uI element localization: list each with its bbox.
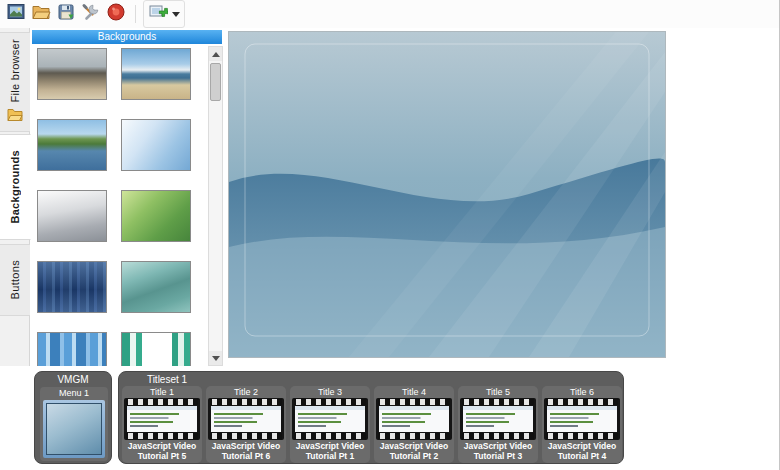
chevron-down-icon [172,12,180,17]
background-thumbnail[interactable] [37,119,107,171]
title-caption: JavaScript Video Tutorial Pt 6 [208,441,284,461]
sidebar-tab-file-browser[interactable]: File browser [0,32,30,132]
filmstrip-sprocket-holes [378,399,450,405]
background-thumbnail[interactable] [121,190,191,242]
titleset-group: Titleset 1 Title 1 JavaScript Video Tuto… [118,371,624,464]
filmstrip-sprocket-holes [294,433,366,439]
background-thumbnail[interactable] [121,48,191,100]
title-caption: JavaScript Video Tutorial Pt 5 [124,441,200,461]
tab-label: Buttons [9,260,21,299]
background-thumbnail[interactable] [121,332,191,366]
backgrounds-thumbnail-grid [37,48,193,366]
filmstrip-sprocket-holes [210,399,282,405]
title-item[interactable]: Title 2 JavaScript Video Tutorial Pt 6 [206,386,286,463]
backgrounds-panel: Backgrounds [31,28,226,366]
video-frame-thumbnail [547,406,617,432]
video-frame-thumbnail [463,406,533,432]
scroll-up-button[interactable] [209,47,222,61]
sidebar-tab-buttons[interactable]: Buttons [0,244,30,316]
filmstrip-sprocket-holes [210,433,282,439]
title-caption: JavaScript Video Tutorial Pt 2 [376,441,452,461]
new-project-button[interactable] [3,2,28,27]
title-filmstrip-thumbnail [208,398,284,440]
titleset-group-label: Titleset 1 [125,374,209,385]
scroll-down-button[interactable] [209,351,222,365]
burn-disc-icon [106,2,126,26]
folder-icon [7,107,23,125]
background-thumbnail[interactable] [121,119,191,171]
titles-row: Title 1 JavaScript Video Tutorial Pt 5 T… [122,386,622,463]
title-item[interactable]: Title 1 JavaScript Video Tutorial Pt 5 [122,386,202,463]
filmstrip-sprocket-holes [126,433,198,439]
title-caption: JavaScript Video Tutorial Pt 1 [292,441,368,461]
open-project-icon [31,2,51,26]
title-label: Title 1 [124,387,200,398]
backgrounds-scrollbar[interactable] [208,46,223,366]
title-item[interactable]: Title 4 JavaScript Video Tutorial Pt 2 [374,386,454,463]
backgrounds-panel-header: Backgrounds [32,30,222,44]
title-filmstrip-thumbnail [544,398,620,440]
sidebar-tabstrip: File browser Backgrounds Buttons [0,28,30,366]
sidebar-tab-backgrounds[interactable]: Backgrounds [0,134,31,240]
title-label: Title 2 [208,387,284,398]
title-item[interactable]: Title 3 JavaScript Video Tutorial Pt 1 [290,386,370,463]
toolbar-separator [135,5,136,23]
save-project-button[interactable] [53,2,78,27]
menu-thumbnail [46,403,102,455]
video-frame-thumbnail [295,406,365,432]
new-project-icon [6,2,26,26]
menu-background-preview[interactable] [228,31,666,358]
title-filmstrip-thumbnail [292,398,368,440]
title-filmstrip-thumbnail [376,398,452,440]
background-thumbnail[interactable] [121,261,191,313]
title-caption: JavaScript Video Tutorial Pt 3 [460,441,536,461]
background-thumbnail[interactable] [37,261,107,313]
title-label: Title 6 [544,387,620,398]
title-filmstrip-thumbnail [460,398,536,440]
add-menu-object-button[interactable] [143,0,185,28]
menu-item-label: Menu 1 [40,387,108,399]
settings-wrench-icon [81,2,101,26]
arrow-down-icon [212,356,220,361]
video-frame-thumbnail [379,406,449,432]
background-thumbnail[interactable] [37,190,107,242]
title-caption: JavaScript Video Tutorial Pt 4 [544,441,620,461]
video-frame-thumbnail [127,406,197,432]
menu-selection-highlight [43,400,105,458]
arrow-up-icon [212,52,220,57]
menu-editor-canvas[interactable] [226,28,779,366]
vmgm-group-label: VMGM [35,374,111,385]
save-project-icon [56,2,76,26]
filmstrip-sprocket-holes [546,399,618,405]
dvd-authoring-window: File browser Backgrounds Buttons Backgro… [0,0,780,470]
title-structure-bar: VMGM Menu 1 Titleset 1 Title 1 Jav [0,366,780,470]
title-item[interactable]: Title 6 JavaScript Video Tutorial Pt 4 [542,386,622,463]
title-label: Title 3 [292,387,368,398]
video-frame-thumbnail [211,406,281,432]
open-project-button[interactable] [28,2,53,27]
background-thumbnail[interactable] [37,332,107,366]
tab-label: File browser [9,39,21,103]
filmstrip-sprocket-holes [126,399,198,405]
filmstrip-sprocket-holes [462,399,534,405]
title-filmstrip-thumbnail [124,398,200,440]
filmstrip-sprocket-holes [294,399,366,405]
title-label: Title 4 [376,387,452,398]
title-item[interactable]: Title 5 JavaScript Video Tutorial Pt 3 [458,386,538,463]
settings-button[interactable] [78,2,103,27]
main-toolbar [0,0,780,28]
menu-item[interactable]: Menu 1 [40,387,108,461]
filmstrip-sprocket-holes [462,433,534,439]
filmstrip-sprocket-holes [378,433,450,439]
scrollbar-thumb[interactable] [210,63,221,101]
title-label: Title 5 [460,387,536,398]
vmgm-group: VMGM Menu 1 [34,371,112,464]
background-thumbnail[interactable] [37,48,107,100]
filmstrip-sprocket-holes [546,433,618,439]
add-menu-object-icon [148,2,168,26]
tab-label: Backgrounds [9,150,21,224]
burn-button[interactable] [103,2,128,27]
